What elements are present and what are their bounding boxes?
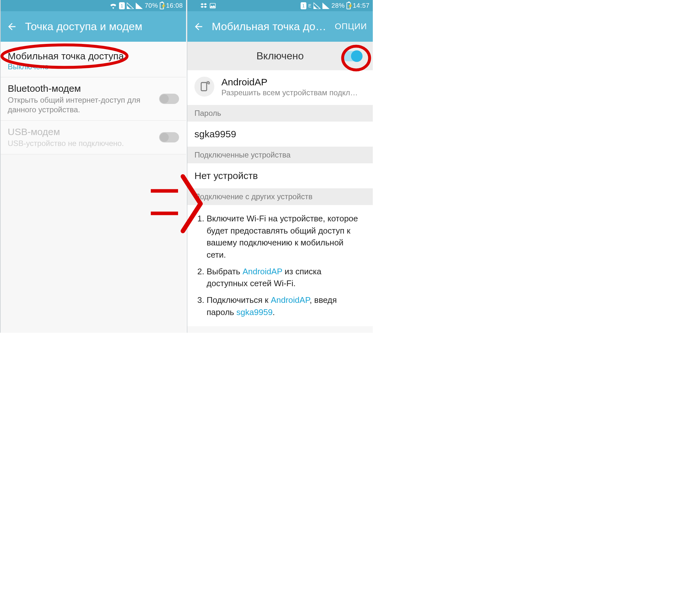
dropbox-icon [200, 3, 207, 9]
toggle-bluetooth[interactable] [159, 94, 179, 104]
section-password: Пароль [187, 105, 373, 122]
master-toggle[interactable] [342, 51, 362, 61]
row-mobile-hotspot[interactable]: Мобильная точка доступа Выключено [1, 42, 186, 77]
options-button[interactable]: ОПЦИИ [335, 21, 367, 32]
row-title: Мобильная точка доступа [8, 51, 179, 62]
row-subtitle: USB-устройство не подключено. [8, 139, 142, 148]
phone-left: 1 70% ⚡ 16:08 Точка доступа и модем Моби… [0, 0, 186, 333]
signal-icon [127, 3, 134, 9]
clock: 16:08 [166, 2, 183, 9]
battery-percent: 28% [332, 2, 345, 9]
section-howto: Подключение с других устройств [187, 188, 373, 205]
row-title: USB-модем [8, 126, 179, 137]
battery-percent: 70% [145, 2, 158, 9]
signal2-icon [136, 3, 143, 9]
appbar-title: Мобильная точка дост… [212, 20, 327, 33]
instruction-step-1: Включите Wi-Fi на устройстве, которое бу… [206, 213, 364, 261]
row-title: Bluetooth-модем [8, 83, 179, 94]
statusbar-right: 1 E 28% ⚡ 14:57 [187, 0, 373, 11]
row-usb-tether: USB-модем USB-устройство не подключено. [1, 121, 186, 154]
signal-icon [314, 3, 320, 9]
connected-value: Нет устройств [187, 163, 373, 188]
sim-icon: 1 [301, 2, 306, 9]
wifi-icon [110, 3, 117, 9]
signal2-icon [322, 3, 330, 9]
statusbar-left: 1 70% ⚡ 16:08 [1, 0, 186, 11]
master-toggle-row[interactable]: Включено [187, 42, 373, 70]
image-icon [209, 3, 216, 9]
clock: 14:57 [353, 2, 370, 9]
section-connected: Подключенные устройства [187, 146, 373, 163]
battery-icon: ⚡ [346, 2, 351, 9]
row-ap-info[interactable]: AndroidAP Разрешить всем устройствам под… [187, 70, 373, 105]
toggle-usb [159, 132, 179, 142]
row-subtitle: Открыть общий интернет-доступ для данног… [8, 95, 142, 115]
row-bluetooth-tether[interactable]: Bluetooth-модем Открыть общий интернет-д… [1, 77, 186, 121]
back-icon[interactable] [193, 21, 204, 32]
svg-text:1: 1 [121, 3, 123, 8]
instruction-step-2: Выбрать AndroidAP из списка доступных се… [206, 266, 364, 290]
appbar-right: Мобильная точка дост… ОПЦИИ [187, 11, 373, 42]
ap-name: AndroidAP [221, 77, 362, 87]
appbar-title: Точка доступа и модем [25, 20, 180, 33]
battery-icon: ⚡ [160, 2, 164, 9]
svg-rect-3 [201, 82, 206, 91]
password-value[interactable]: sgka9959 [187, 122, 373, 146]
instruction-step-3: Подключиться к AndroidAP, введя пароль s… [206, 294, 364, 318]
settings-list-left: Мобильная точка доступа Выключено Blueto… [1, 42, 186, 154]
back-icon[interactable] [6, 21, 17, 32]
svg-text:1: 1 [302, 3, 305, 8]
ap-subtitle: Разрешить всем устройствам подключ… [221, 88, 362, 97]
phone-right: 1 E 28% ⚡ 14:57 Мобильная точка дост… ОП… [187, 0, 373, 333]
instructions: Включите Wi-Fi на устройстве, которое бу… [187, 205, 373, 326]
master-toggle-label: Включено [256, 50, 304, 62]
row-state: Выключено [8, 62, 179, 71]
sim-icon: 1 [119, 2, 125, 9]
appbar-left: Точка доступа и модем [1, 11, 186, 42]
hotspot-icon [194, 77, 214, 97]
net-type: E [308, 3, 312, 8]
